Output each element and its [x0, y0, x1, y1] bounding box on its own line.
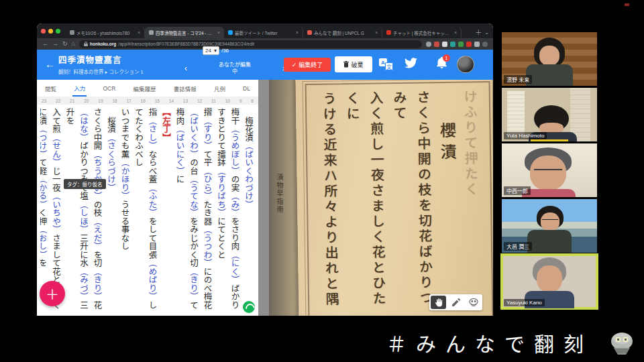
panel-tab-凡例[interactable]: 凡例: [213, 80, 227, 96]
tab-close-icon[interactable]: ×: [375, 30, 378, 35]
notification-badge: 1: [443, 54, 450, 62]
browser-tab-strip: メモ10/26 - yhashimoto780×四季漬物盬嘉言 - コマ24 -…: [37, 23, 493, 38]
manuscript-column: 入く煎し一夜さましく花とひたくに: [340, 90, 390, 316]
window-controls[interactable]: [41, 23, 60, 38]
video-tile[interactable]: Yasuyuki Kano: [502, 255, 597, 308]
panel-tab-DL[interactable]: DL: [241, 81, 252, 95]
ruler-number: 16: [141, 99, 146, 103]
address-bar[interactable]: honkoku.org/app/#/transcription/8F07E3EB…: [79, 40, 422, 48]
twitter-button[interactable]: [405, 58, 417, 68]
transcription-line[interactable]: いつまでも薫（かほり）うせる事なし: [117, 108, 131, 309]
page-total: /36: [221, 48, 229, 54]
translate-button[interactable]: A 文: [379, 58, 395, 70]
panel-tab-書誌情報[interactable]: 書誌情報: [172, 80, 198, 96]
panel-tab-OCR[interactable]: OCR: [101, 81, 117, 95]
tab-title: メモ10/26 - yhashimoto780: [76, 29, 136, 36]
reload-icon[interactable]: ↻: [62, 41, 68, 47]
transcription-line[interactable]: 【左丁】: [159, 108, 173, 309]
tab-title: 最新ツイート / Twitter: [235, 29, 294, 36]
ruler-number: 14: [169, 99, 174, 103]
ruler-number: 22: [56, 99, 60, 103]
video-tile[interactable]: 中西一郎: [502, 143, 597, 197]
tab-close-icon[interactable]: ×: [217, 30, 220, 35]
video-tile[interactable]: 大邑 潤三: [502, 199, 597, 253]
finish-editing-button[interactable]: ✓ 編集終了: [284, 58, 331, 72]
video-tile[interactable]: 濱野 未来: [502, 32, 597, 86]
extension-icon[interactable]: [466, 42, 472, 47]
app-back-icon[interactable]: ←: [45, 58, 55, 70]
zoom-window-button[interactable]: [56, 29, 60, 34]
ruler-number: 9: [239, 99, 242, 103]
prev-page-icon[interactable]: ‹: [184, 64, 187, 73]
speaking-indicator: [531, 139, 568, 141]
editing-status: あなたが編集中: [219, 62, 251, 76]
discard-button[interactable]: 破棄: [335, 56, 372, 72]
transcription-editor[interactable]: 梅花漬（ばいくわづけ）梅干（うめぼし）の実（み）をさり肉（にく）ばかりすきとりて…: [40, 108, 255, 309]
manuscript-viewer[interactable]: 漬物早指南 けふりて押たく櫻漬さくら中開の枝を切花ばかりつみて入く煎し一夜さまし…: [258, 80, 493, 316]
transcription-line[interactable]: さくら中開（ちうかい）の枝（えだ）を切（きり）花（はな）ばかりつみて塩（しほ）三…: [62, 108, 104, 309]
manuscript-column: けふりて押たく: [458, 89, 484, 316]
ruler-number: 23: [42, 99, 46, 103]
browser-tab[interactable]: チャット | 株式会社キャッチラボ×: [382, 27, 462, 38]
transcription-line[interactable]: 桜漬（さくらづけ）: [104, 108, 118, 309]
extension-icon[interactable]: [474, 42, 480, 47]
tab-overflow-icon[interactable]: ⌄: [484, 29, 489, 36]
tab-favicon-icon: [70, 30, 74, 35]
tab-list: メモ10/26 - yhashimoto780×四季漬物盬嘉言 - コマ24 -…: [66, 27, 472, 38]
user-avatar[interactable]: [457, 56, 474, 73]
ruler-number: 12: [197, 99, 202, 103]
browser-tab[interactable]: メモ10/26 - yhashimoto780×: [66, 27, 145, 38]
person-torso: [527, 230, 572, 253]
participant-name: Yasuyuki Kano: [504, 299, 545, 306]
breadcrumb[interactable]: 翻刻！料理本の世界 ▸ コレクション 1: [58, 68, 144, 75]
page-select[interactable]: 24▾: [203, 46, 219, 55]
url-host: honkoku.org: [90, 42, 116, 46]
transcription-line[interactable]: 摺（すり）て平（ひら）たき器（うつわ）にのべ梅花（ばいくわ）の台（うてな）をみじ…: [172, 108, 214, 309]
manuscript-text: けふりて押たく櫻漬さくら中開の枝を切花ばかりつみて入く煎し一夜さましく花とひたく…: [313, 89, 484, 316]
manuscript-page[interactable]: けふりて押たく櫻漬さくら中開の枝を切花ばかりつみて入く煎し一夜さましく花とひたく…: [295, 80, 493, 316]
profile-icon[interactable]: [482, 42, 488, 47]
tab-close-icon[interactable]: ×: [138, 30, 140, 35]
tab-close-icon[interactable]: ×: [454, 30, 457, 35]
participant-name: 中西一郎: [504, 186, 531, 195]
forward-icon[interactable]: →: [52, 41, 58, 47]
close-window-button[interactable]: [41, 29, 46, 34]
browser-toolbar: ← → ↻ ⌂ honkoku.org/app/#/transcription/…: [37, 38, 493, 50]
status-progress-icon[interactable]: [241, 300, 256, 314]
tab-favicon-icon: [149, 30, 154, 35]
hand-tool-icon[interactable]: [431, 296, 446, 309]
pencil-tool-icon[interactable]: [448, 296, 464, 309]
ruler-number: 8: [251, 99, 254, 103]
panel-tab-閲覧[interactable]: 閲覧: [44, 80, 58, 96]
app-header: ← 四季漬物盬嘉言 翻刻！料理本の世界 ▸ コレクション 1 24▾ /36 ‹…: [37, 50, 493, 80]
transcription-line[interactable]: 梅干（うめぼし）の実（み）をさり肉（にく）ばかりすきとりて擂鉢（すりばち）にてと…: [214, 108, 241, 309]
ruler-number: 21: [70, 99, 74, 103]
tab-close-icon[interactable]: ×: [296, 30, 299, 35]
panel-tab-編集履歴[interactable]: 編集履歴: [131, 80, 157, 96]
extension-icon[interactable]: [434, 42, 439, 47]
recording-indicator: [625, 3, 629, 6]
home-icon[interactable]: ⌂: [72, 41, 75, 47]
transcription-line[interactable]: 指（さし）ならべ蓋（ふた）をして目張（めばり）してたくわふべし: [131, 108, 159, 309]
ruler-number: 17: [126, 99, 131, 103]
transcription-line[interactable]: 梅花漬（ばいくわづけ）: [241, 108, 256, 309]
panel-tab-入力[interactable]: 入力: [72, 80, 87, 97]
minimize-window-button[interactable]: [48, 29, 53, 34]
extension-icon[interactable]: [442, 42, 447, 47]
new-tab-button[interactable]: ＋: [475, 27, 482, 37]
extension-icon[interactable]: [458, 42, 464, 47]
transcription-panel: 閲覧入力OCR編集履歴書誌情報凡例DL 23222120191817161514…: [37, 80, 258, 316]
robot-tool-icon[interactable]: [466, 296, 481, 309]
add-button[interactable]: ＋: [40, 281, 65, 306]
extension-icon[interactable]: [450, 42, 455, 47]
video-tile[interactable]: Yuta Hashimoto: [502, 88, 597, 141]
back-icon[interactable]: ←: [42, 41, 48, 47]
transcription-line[interactable]: 入て煎（せん）じ一夜（いちや）さまして花とひたくに漬（つけ）て軽（かる）く押（お…: [40, 108, 62, 309]
extension-icon[interactable]: [426, 42, 431, 47]
browser-tab[interactable]: みんなで 翻刻 | UNPCL G×: [303, 27, 382, 38]
browser-tab[interactable]: 最新ツイート / Twitter×: [224, 27, 303, 38]
browser-tab[interactable]: 四季漬物盬嘉言 - コマ24 - Minn×: [145, 27, 224, 38]
person-torso: [526, 64, 573, 86]
ruler-number: 20: [84, 99, 89, 103]
notifications-button[interactable]: 1: [437, 57, 447, 68]
